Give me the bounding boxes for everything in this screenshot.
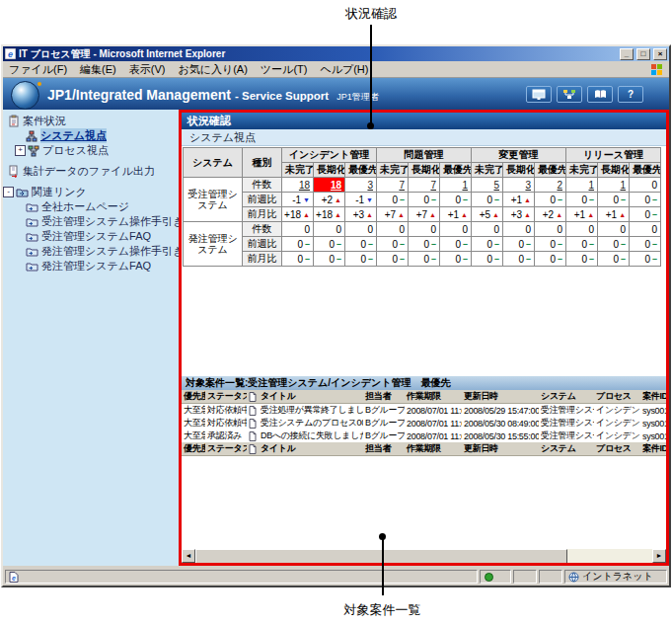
menu-item-1[interactable]: 編集(E)	[80, 62, 116, 77]
case-column-header-8[interactable]: プロセス	[594, 442, 640, 456]
case-column-header-2[interactable]	[247, 442, 259, 456]
scrollbar-track[interactable]	[567, 549, 652, 563]
sidebar-item-link-hachu-faq[interactable]: 発注管理システムFAQ	[3, 259, 179, 273]
count-link[interactable]: 1	[462, 180, 468, 191]
case-column-header-5[interactable]: 作業期限	[405, 390, 462, 404]
case-doc-icon	[247, 404, 259, 418]
svg-text:e: e	[8, 49, 13, 59]
horizontal-scrollbar[interactable]: ◄ ►	[182, 549, 666, 563]
case-column-header-5[interactable]: 作業期限	[405, 442, 462, 456]
trend-number: +1	[606, 209, 617, 220]
sidebar-item-system-view[interactable]: システム視点	[3, 128, 179, 143]
flat-dash-icon: –	[431, 239, 436, 249]
process-button[interactable]	[557, 86, 582, 103]
count-link[interactable]: 5	[493, 180, 499, 191]
trend-cell: 0–	[377, 252, 409, 267]
minimize-button[interactable]: _	[620, 48, 634, 60]
case-assignee: Bグループ長	[363, 430, 405, 442]
help-button[interactable]: ?	[618, 86, 643, 103]
case-row[interactable]: 大至急対応依頼中受注処理が異常終了しましたBグループ長2008/07/01 11…	[182, 404, 666, 418]
flat-dash-icon: –	[589, 239, 594, 249]
menu-item-4[interactable]: ツール(T)	[261, 62, 308, 77]
annotation-top-label: 状況確認	[296, 5, 446, 23]
case-row[interactable]: 大至急対応依頼中受注システムのプロセス003が異常終了し...Bグループ長200…	[182, 417, 666, 430]
logged-in-user: JP1管理者	[336, 92, 379, 102]
sidebar-item-case-status[interactable]: 案件状況	[3, 114, 179, 128]
menu-item-0[interactable]: ファイル(F)	[9, 62, 67, 77]
manual-icon	[594, 89, 607, 100]
maximize-button[interactable]: □	[636, 48, 650, 60]
count-link[interactable]: 3	[367, 180, 373, 191]
metrics-row: 前月比+18▲+18▲+3▲+7▲+7▲+1▲+5▲+3▲+2▲+1▲+1▲0–	[184, 207, 661, 222]
trend-cell: 0–	[630, 237, 661, 252]
trend-number: +1	[511, 195, 522, 205]
main-area: 案件状況システム視点+プロセス視点集計データのファイル出力-関連リンク全社ホーム…	[3, 110, 669, 566]
case-column-header-4[interactable]: 担当者	[363, 390, 405, 404]
sidebar-item-link-home[interactable]: 全社ホームページ	[3, 199, 179, 214]
count-link[interactable]: 7	[399, 180, 405, 191]
menu-item-3[interactable]: お気に入り(A)	[178, 62, 247, 77]
count-link[interactable]: 1	[621, 180, 627, 191]
link-folder-icon	[26, 231, 38, 242]
trend-value: 0–	[569, 239, 594, 250]
trend-cell: 0–	[440, 252, 472, 267]
menu-item-5[interactable]: ヘルプ(H)	[320, 62, 368, 77]
trend-number: 0	[581, 239, 587, 250]
metric-label-cell: 前週比	[243, 237, 282, 252]
case-status: 承認済み	[205, 430, 247, 442]
count-link[interactable]: 18	[299, 180, 310, 191]
trend-value: +1▲	[601, 209, 626, 220]
count-link[interactable]: 7	[430, 180, 436, 191]
trend-number: 0	[550, 195, 556, 205]
case-column-header-3[interactable]: タイトル	[259, 442, 363, 456]
manual-button[interactable]	[587, 86, 613, 103]
metric-label-cell: 前月比	[243, 207, 282, 222]
case-column-header-6[interactable]: 更新日時	[462, 442, 539, 456]
count-cell: 0	[409, 222, 440, 237]
count-link[interactable]: 1	[589, 180, 595, 191]
subcolumn-header-3-1: 長期化	[598, 163, 630, 178]
expand-plus-icon[interactable]: +	[15, 145, 26, 156]
close-button[interactable]: ×	[653, 48, 667, 60]
case-column-header-2[interactable]	[247, 390, 259, 404]
collapse-minus-icon[interactable]: -	[3, 187, 14, 197]
case-id: sys001inci	[640, 430, 666, 442]
case-column-header-7[interactable]: システム	[539, 442, 594, 456]
count-link[interactable]: 3	[525, 180, 531, 191]
case-column-header-7[interactable]: システム	[539, 390, 594, 404]
trend-cell: 0–	[566, 252, 598, 267]
case-column-header-0[interactable]: 優先度	[182, 442, 205, 456]
scroll-right-arrow[interactable]: ►	[652, 549, 666, 563]
case-column-header-8[interactable]: プロセス	[594, 390, 640, 404]
window-list-button[interactable]	[526, 86, 552, 103]
trend-value: +1▲	[506, 195, 531, 205]
trend-cell: +3▲	[345, 207, 377, 222]
sidebar-item-process-view[interactable]: +プロセス視点	[3, 143, 179, 158]
case-column-header-6[interactable]: 更新日時	[462, 390, 539, 404]
sidebar-item-link-juchu-guide[interactable]: 受注管理システム操作手引き	[3, 214, 179, 229]
sidebar-item-related-links[interactable]: -関連リンク	[3, 185, 179, 199]
case-column-header-0[interactable]: 優先度	[182, 390, 205, 404]
count-link[interactable]: 18	[331, 180, 341, 191]
flat-dash-icon: –	[526, 254, 531, 264]
group-header-3: リリース管理	[566, 148, 661, 163]
sidebar-item-label: システム視点	[40, 128, 107, 143]
case-column-header-9[interactable]: 案件ID	[640, 390, 666, 404]
menu-item-2[interactable]: 表示(V)	[129, 62, 166, 77]
case-column-header-9[interactable]: 案件ID	[640, 442, 666, 456]
case-title-text: DBへの接続に失敗しました	[259, 430, 363, 442]
intranet-icon	[568, 572, 579, 583]
case-row[interactable]: 大至急承認済みDBへの接続に失敗しましたBグループ長2008/07/01 11:…	[182, 430, 666, 442]
count-link[interactable]: 2	[558, 180, 563, 191]
sidebar-item-link-juchu-faq[interactable]: 受注管理システムFAQ	[3, 229, 179, 244]
sidebar-item-file-output[interactable]: 集計データのファイル出力	[3, 164, 179, 179]
scroll-left-arrow[interactable]: ◄	[182, 549, 195, 563]
trend-value: 0–	[380, 239, 405, 250]
case-column-header-3[interactable]: タイトル	[259, 390, 363, 404]
sidebar-item-link-hachu-guide[interactable]: 発注管理システム操作手引き	[3, 244, 179, 259]
case-deadline: 2008/07/01 11:00	[405, 417, 462, 430]
trend-value: 0–	[348, 239, 373, 250]
case-column-header-1[interactable]: ステータス	[205, 442, 247, 456]
case-column-header-4[interactable]: 担当者	[363, 442, 405, 456]
case-column-header-1[interactable]: ステータス	[205, 390, 247, 404]
